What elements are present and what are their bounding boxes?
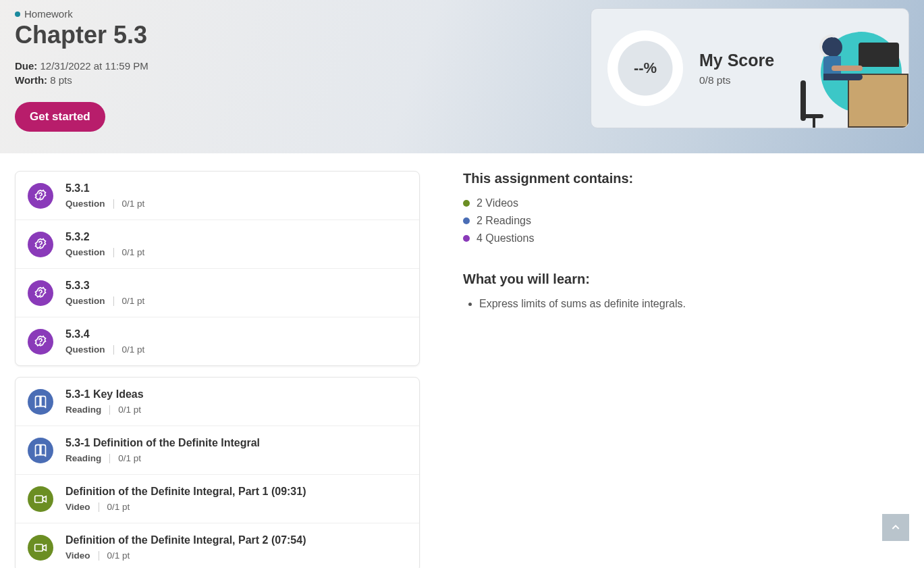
due-label: Due: — [15, 60, 37, 72]
item-title: 5.3.4 — [65, 328, 144, 340]
item-title: 5.3.2 — [65, 231, 144, 243]
item-title: 5.3-1 Key Ideas — [65, 388, 144, 401]
svg-point-0 — [40, 197, 40, 198]
item-points: 0/1 pt — [122, 199, 145, 209]
item-points: 0/1 pt — [107, 502, 130, 512]
scroll-to-top-button[interactable] — [882, 514, 909, 541]
item-points: 0/1 pt — [118, 405, 141, 415]
item-points: 0/1 pt — [122, 344, 145, 355]
video-icon — [28, 486, 53, 512]
assignment-item[interactable]: 5.3-1 Definition of the Definite Integra… — [16, 426, 419, 475]
separator-icon — [99, 551, 99, 561]
svg-point-1 — [40, 246, 40, 247]
separator-icon — [99, 502, 99, 512]
get-started-button[interactable]: Get started — [15, 102, 105, 132]
dot-purple-icon — [463, 235, 470, 242]
due-value: 12/31/2022 at 11:59 PM — [40, 60, 148, 72]
contains-item: 2 Videos — [463, 197, 895, 209]
score-percent: --% — [634, 59, 657, 77]
separator-icon — [113, 199, 114, 209]
question-icon — [28, 329, 53, 355]
assignment-item[interactable]: 5.3.3Question0/1 pt — [16, 269, 419, 317]
contains-item: 4 Questions — [463, 232, 895, 244]
video-icon — [28, 535, 53, 561]
item-title: 5.3.3 — [65, 280, 144, 292]
svg-rect-5 — [35, 544, 43, 551]
item-title: 5.3-1 Definition of the Definite Integra… — [65, 437, 260, 449]
learn-heading: What you will learn: — [463, 272, 895, 287]
separator-icon — [113, 248, 114, 257]
worth-value: 8 pts — [50, 74, 72, 86]
contains-label: 2 Videos — [477, 197, 518, 209]
learn-item: Express limits of sums as definite integ… — [479, 298, 895, 310]
assignment-item[interactable]: 5.3.1Question0/1 pt — [16, 172, 419, 220]
contains-label: 2 Readings — [477, 215, 531, 227]
dot-olive-icon — [463, 200, 470, 207]
reading-icon — [28, 438, 53, 463]
reading-icon — [28, 389, 53, 415]
item-type: Video — [65, 550, 90, 561]
item-type: Question — [65, 247, 105, 257]
worth-label: Worth: — [15, 74, 47, 86]
assignment-item[interactable]: 5.3-1 Key IdeasReading0/1 pt — [16, 378, 419, 426]
item-type: Reading — [65, 453, 101, 463]
item-title: Definition of the Definite Integral, Par… — [65, 486, 306, 498]
contains-label: 4 Questions — [477, 232, 534, 244]
learn-list: Express limits of sums as definite integ… — [463, 298, 895, 310]
item-type: Reading — [65, 405, 101, 415]
item-title: Definition of the Definite Integral, Par… — [65, 534, 306, 546]
score-points: 0/8 pts — [699, 74, 774, 86]
separator-icon — [113, 296, 114, 306]
score-ring-icon: --% — [607, 30, 683, 106]
item-type: Question — [65, 344, 105, 355]
assignment-item[interactable]: Definition of the Definite Integral, Par… — [16, 475, 419, 523]
question-icon — [28, 183, 53, 209]
contains-item: 2 Readings — [463, 215, 895, 227]
item-points: 0/1 pt — [118, 453, 141, 463]
assignment-item[interactable]: Definition of the Definite Integral, Par… — [16, 523, 419, 568]
score-label: My Score — [699, 51, 774, 70]
resource-group: 5.3-1 Key IdeasReading0/1 pt5.3-1 Defini… — [15, 377, 420, 568]
item-title: 5.3.1 — [65, 182, 144, 195]
item-type: Question — [65, 296, 105, 306]
item-points: 0/1 pt — [122, 296, 145, 306]
question-group: 5.3.1Question0/1 pt5.3.2Question0/1 pt5.… — [15, 171, 420, 366]
score-card: --% My Score 0/8 pts — [591, 8, 909, 128]
dot-blue-icon — [463, 217, 470, 224]
item-type: Question — [65, 199, 105, 209]
item-points: 0/1 pt — [107, 550, 130, 561]
svg-point-3 — [40, 343, 40, 344]
item-type: Video — [65, 502, 90, 512]
item-points: 0/1 pt — [122, 247, 145, 257]
separator-icon — [109, 454, 110, 463]
chevron-up-icon — [890, 522, 901, 533]
category-dot-icon — [15, 11, 20, 17]
category-label: Homework — [24, 8, 73, 20]
question-icon — [28, 280, 53, 306]
assignment-item[interactable]: 5.3.2Question0/1 pt — [16, 220, 419, 269]
separator-icon — [113, 345, 114, 355]
assignment-item[interactable]: 5.3.4Question0/1 pt — [16, 317, 419, 365]
svg-rect-4 — [35, 496, 43, 502]
question-icon — [28, 232, 53, 257]
separator-icon — [109, 405, 110, 415]
contains-heading: This assignment contains: — [463, 171, 895, 186]
svg-point-2 — [40, 294, 40, 295]
student-illustration-icon — [794, 9, 908, 128]
contains-list: 2 Videos2 Readings4 Questions — [463, 197, 895, 244]
